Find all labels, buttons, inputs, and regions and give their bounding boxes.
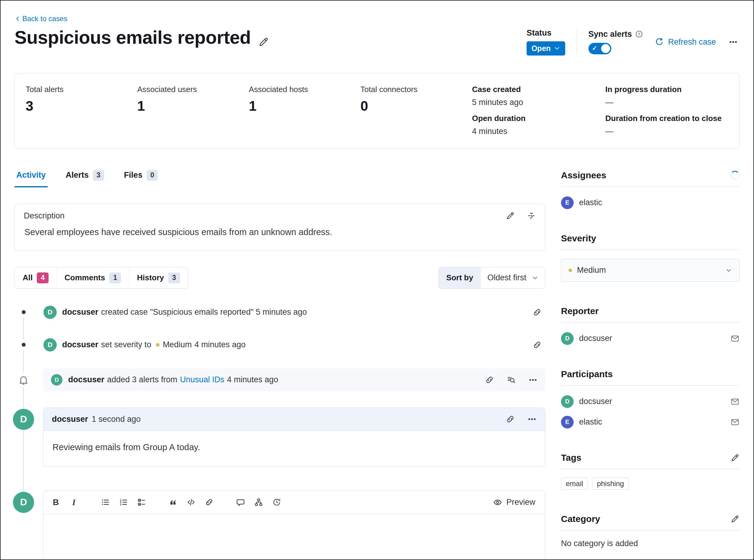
italic-button[interactable]: I — [69, 498, 78, 507]
task-list-icon — [137, 498, 146, 506]
avatar-docsuser: D — [561, 395, 574, 408]
comment-header: docsuser 1 second ago — [43, 408, 545, 431]
sync-alerts-toggle[interactable] — [588, 43, 611, 54]
unordered-list-button[interactable] — [101, 498, 110, 506]
avatar-docsuser: D — [13, 492, 34, 513]
tab-files[interactable]: Files 0 — [122, 169, 160, 187]
task-list-button[interactable] — [137, 498, 146, 506]
edit-title-button[interactable] — [258, 37, 269, 47]
description-panel: Description Several employees have recei… — [15, 204, 545, 251]
event-username: docsuser — [62, 340, 98, 349]
comment-input-area[interactable] — [43, 514, 545, 560]
category-heading: Category — [561, 514, 600, 524]
ordered-list-icon — [119, 498, 128, 506]
filter-comments[interactable]: Comments 1 — [56, 267, 129, 288]
edit-tags-button[interactable] — [731, 453, 739, 462]
back-to-cases-label: Back to cases — [22, 15, 67, 23]
case-detail-page: Back to cases Suspicious emails reported… — [0, 0, 754, 560]
tag-badge: email — [561, 478, 588, 490]
activity-filter-group: All 4 Comments 1 History 3 — [15, 267, 188, 289]
bold-button[interactable]: B — [51, 498, 60, 507]
back-to-cases-link[interactable]: Back to cases — [15, 15, 67, 23]
email-participant-button[interactable] — [731, 397, 739, 406]
insert-comment-button[interactable] — [236, 498, 245, 506]
refresh-case-button[interactable]: Refresh case — [655, 37, 716, 47]
ordered-list-button[interactable] — [119, 498, 128, 506]
case-actions-menu-button[interactable] — [728, 36, 739, 48]
code-button[interactable] — [186, 498, 196, 506]
investigate-icon — [507, 375, 516, 384]
tab-activity[interactable]: Activity — [15, 169, 48, 187]
insert-timeline-button[interactable] — [272, 498, 281, 506]
copy-link-button[interactable] — [533, 340, 542, 349]
metric-durations: In progress duration — Duration from cre… — [605, 85, 728, 136]
quote-button[interactable] — [168, 498, 177, 506]
edit-description-button[interactable] — [506, 211, 515, 220]
filter-comments-count-badge: 1 — [109, 273, 121, 283]
more-actions-icon — [528, 375, 537, 384]
activity-filter-bar: All 4 Comments 1 History 3 Sort by — [15, 267, 545, 289]
case-activity-column: Activity Alerts 3 Files 0 Description — [15, 169, 545, 560]
insert-link-button[interactable] — [204, 498, 213, 506]
timeline-event-severity: D docsuser set severity to Medium 4 minu… — [15, 335, 545, 355]
divider — [561, 469, 739, 469]
case-sidebar: Assignees E elastic Severity Medium — [561, 169, 739, 560]
category-section: Category No category is added — [561, 513, 739, 548]
avatar-docsuser: D — [13, 409, 34, 430]
sync-alerts-help-button[interactable] — [635, 30, 643, 38]
email-reporter-button[interactable] — [731, 334, 739, 343]
question-in-circle-icon — [635, 30, 643, 38]
alert-actions-menu-button[interactable] — [528, 375, 537, 384]
divider — [561, 385, 739, 386]
markdown-editor: B I — [43, 491, 545, 560]
collapse-description-button[interactable] — [527, 211, 536, 220]
activity-timeline: D docsuser created case "Suspicious emai… — [15, 303, 545, 560]
case-tabs: Activity Alerts 3 Files 0 — [15, 169, 545, 187]
status-label: Status — [527, 29, 565, 38]
metric-associated-users: Associated users 1 — [137, 85, 249, 136]
copy-link-button[interactable] — [506, 415, 515, 424]
status-dropdown-button[interactable]: Open — [527, 41, 565, 56]
participant-row: D docsuser — [561, 395, 739, 408]
sort-order-select[interactable]: Oldest first — [481, 267, 545, 288]
tags-section: Tags email phishing — [561, 452, 739, 490]
assignee-name: elastic — [579, 198, 602, 207]
insert-lens-button[interactable] — [254, 498, 263, 506]
severity-section: Severity Medium — [561, 233, 739, 282]
severity-heading: Severity — [561, 233, 596, 244]
case-actions: Status Open Sync alerts — [527, 27, 739, 56]
avatar-elastic: E — [561, 416, 574, 428]
avatar-docsuser: D — [51, 374, 62, 386]
editor-toolbar: B I — [43, 491, 545, 514]
more-actions-icon — [528, 415, 536, 424]
filter-all-count-badge: 4 — [37, 273, 48, 283]
severity-value: Medium — [577, 265, 606, 275]
participant-row: E elastic — [561, 416, 739, 428]
participants-section: Participants D docsuser E elastic — [561, 368, 739, 428]
refresh-icon — [655, 37, 664, 46]
filter-history[interactable]: History 3 — [129, 267, 188, 288]
alerts-count-badge: 3 — [93, 170, 104, 181]
unusual-ids-link[interactable]: Unusual IDs — [180, 375, 224, 384]
email-participant-button[interactable] — [731, 418, 739, 427]
tab-alerts[interactable]: Alerts 3 — [64, 169, 106, 187]
metric-associated-hosts: Associated hosts 1 — [249, 85, 361, 136]
severity-select[interactable]: Medium — [561, 259, 739, 282]
timeline-dot — [22, 343, 26, 347]
filter-all[interactable]: All 4 — [15, 267, 56, 288]
files-count-badge: 0 — [147, 170, 158, 181]
copy-link-button[interactable] — [485, 375, 494, 384]
flow-chart-icon — [254, 498, 263, 506]
event-text: set severity to — [101, 340, 151, 349]
preview-button[interactable]: Preview — [491, 497, 537, 507]
assignee-row: E elastic — [561, 196, 739, 209]
bell-icon — [18, 375, 29, 385]
comment-actions-menu-button[interactable] — [528, 415, 536, 424]
comment-time: 1 second ago — [92, 415, 141, 424]
investigate-alerts-button[interactable] — [507, 375, 516, 384]
copy-link-button[interactable] — [533, 308, 542, 317]
envelope-icon — [731, 397, 739, 406]
timeline-dot — [22, 310, 26, 314]
edit-category-button[interactable] — [731, 515, 739, 523]
sort-control: Sort by Oldest first — [439, 267, 545, 289]
